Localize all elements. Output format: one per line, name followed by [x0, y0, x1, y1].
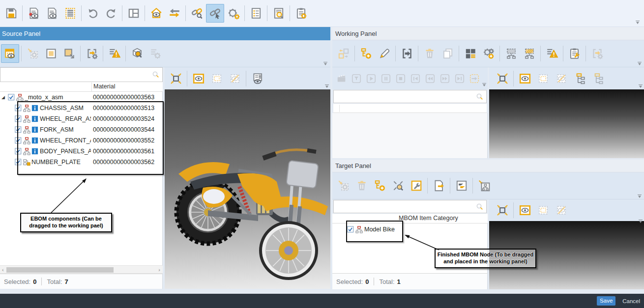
- tree-mini-icon[interactable]: [570, 69, 588, 88]
- checkbox[interactable]: [8, 92, 15, 103]
- dash-eye-icon[interactable]: [552, 69, 570, 88]
- fit-view-icon[interactable]: [167, 69, 185, 88]
- tree-row[interactable]: WHEEL_FRONT_ASM000000000000003552: [0, 135, 162, 146]
- source-column-header[interactable]: Material: [0, 82, 163, 92]
- toolbar-overflow-icon[interactable]: [324, 83, 329, 87]
- 3d-viewer[interactable]: [165, 89, 330, 289]
- pb-first-icon[interactable]: [408, 71, 423, 86]
- checkbox[interactable]: [15, 103, 22, 113]
- home-eye-icon[interactable]: [147, 4, 165, 23]
- target-column-header[interactable]: MBOM Item Category: [332, 214, 488, 224]
- contrast-icon[interactable]: [452, 176, 470, 195]
- doc-eye-icon[interactable]: [43, 4, 61, 23]
- tree-grid-arrow-icon[interactable]: [475, 176, 493, 195]
- toolbar-overflow-icon[interactable]: [323, 60, 328, 64]
- trash-icon[interactable]: [352, 176, 371, 195]
- wrench-box-icon[interactable]: [407, 176, 425, 195]
- pb-export-icon[interactable]: [467, 71, 482, 86]
- tree-mini-icon[interactable]: [588, 69, 607, 88]
- list-eye-icon[interactable]: [248, 69, 266, 88]
- clipboard-wrench-icon[interactable]: [565, 44, 584, 63]
- pencil-edit-icon[interactable]: [375, 44, 393, 63]
- expand-square-icon[interactable]: [42, 44, 60, 63]
- info-icon[interactable]: [31, 135, 38, 146]
- collapse-square-icon[interactable]: [60, 44, 78, 63]
- tree-row[interactable]: ◢_moto_x_asm000000000000003563: [0, 92, 162, 103]
- tree-row[interactable]: BODY_PANELS_ASM000000000000003561: [0, 146, 162, 157]
- link-icon[interactable]: [206, 4, 224, 23]
- checklist-doc-icon[interactable]: [247, 4, 265, 23]
- resize-panels-icon[interactable]: [334, 44, 352, 63]
- checkbox[interactable]: [347, 224, 354, 235]
- search-icon[interactable]: [473, 91, 486, 103]
- swap-arrows-icon[interactable]: [165, 4, 183, 23]
- material-column-label[interactable]: Material: [93, 83, 115, 90]
- target-search-input[interactable]: [334, 200, 473, 213]
- bracket-arrow-icon[interactable]: [398, 44, 416, 63]
- tree-add-icon[interactable]: [371, 176, 389, 195]
- toolbar-overflow-icon[interactable]: [637, 193, 642, 197]
- fit-view-icon[interactable]: [493, 69, 511, 88]
- copy-icon[interactable]: [439, 44, 457, 63]
- dash-box-icon[interactable]: [534, 201, 552, 220]
- horizontal-scrollbar[interactable]: ‹ ›: [0, 265, 163, 274]
- tree-dash-hatch-icon[interactable]: [520, 44, 538, 63]
- eye-box-icon[interactable]: [516, 69, 534, 88]
- warning-list-icon[interactable]: [105, 44, 123, 63]
- pb-filter-icon[interactable]: [349, 71, 364, 86]
- search-collapse-icon[interactable]: [389, 176, 407, 195]
- save-button[interactable]: Save: [597, 296, 615, 306]
- pb-next-icon[interactable]: [438, 71, 452, 86]
- tree-dash-box-icon[interactable]: [502, 44, 520, 63]
- pb-last-icon[interactable]: [452, 71, 467, 86]
- link-search-icon[interactable]: [188, 4, 206, 23]
- pb-play-icon[interactable]: [364, 71, 379, 86]
- working-column-header[interactable]: [333, 104, 487, 113]
- info-icon[interactable]: [31, 113, 38, 124]
- scroll-right-icon[interactable]: ›: [158, 266, 160, 274]
- layout-split-icon[interactable]: [124, 4, 143, 23]
- dash-box-icon[interactable]: [207, 69, 226, 88]
- doc-export-icon[interactable]: [430, 176, 448, 195]
- settings-gear-icon[interactable]: [224, 4, 242, 23]
- checkbox[interactable]: [15, 124, 22, 135]
- search-icon[interactable]: [149, 69, 162, 81]
- mbom-category-column-label[interactable]: MBOM Item Category: [399, 215, 458, 222]
- working-tree[interactable]: [332, 113, 488, 158]
- tree-row[interactable]: Model Bike: [332, 224, 487, 235]
- clipboard-gear-icon[interactable]: [292, 4, 310, 23]
- import-part-icon[interactable]: [24, 44, 42, 63]
- working-search-input[interactable]: [334, 90, 473, 103]
- toolbar-overflow-icon[interactable]: [635, 19, 640, 23]
- calendar-eye-icon[interactable]: [1, 44, 19, 63]
- doc-search-icon[interactable]: [269, 4, 288, 23]
- info-icon[interactable]: [31, 146, 38, 157]
- checkbox[interactable]: [15, 113, 22, 124]
- checkbox[interactable]: [15, 135, 22, 146]
- pb-prev-icon[interactable]: [423, 71, 438, 86]
- scrollbar-thumb[interactable]: [6, 267, 114, 273]
- quad-list-icon[interactable]: [461, 44, 479, 63]
- doc-eye-alert-icon[interactable]: [25, 4, 43, 23]
- tree-row[interactable]: NUMBER_PLATE000000000000003562: [0, 157, 162, 168]
- dash-eye-icon[interactable]: [226, 69, 244, 88]
- working-3d-viewport[interactable]: [489, 89, 644, 158]
- info-icon[interactable]: [31, 103, 38, 113]
- toolbar-overflow-icon[interactable]: [638, 218, 643, 222]
- dash-eye-icon[interactable]: [552, 201, 570, 220]
- gears-add-icon[interactable]: [479, 44, 498, 63]
- eye-box-icon[interactable]: [516, 201, 534, 220]
- clapper-icon[interactable]: [334, 71, 349, 86]
- tree-row[interactable]: CHASSIS_ASM000000000000003513: [0, 103, 162, 113]
- warning-list-icon[interactable]: [543, 44, 561, 63]
- checkbox[interactable]: [15, 157, 22, 168]
- table-grid-icon[interactable]: [61, 4, 79, 23]
- trash-icon[interactable]: [420, 44, 439, 63]
- tree-add-icon[interactable]: [357, 44, 375, 63]
- pb-stop-icon[interactable]: [393, 71, 408, 86]
- redo-icon[interactable]: [102, 4, 120, 23]
- fit-view-icon[interactable]: [493, 201, 511, 220]
- dash-box-icon[interactable]: [534, 69, 552, 88]
- undo-icon[interactable]: [84, 4, 102, 23]
- pb-pause-icon[interactable]: [379, 71, 393, 86]
